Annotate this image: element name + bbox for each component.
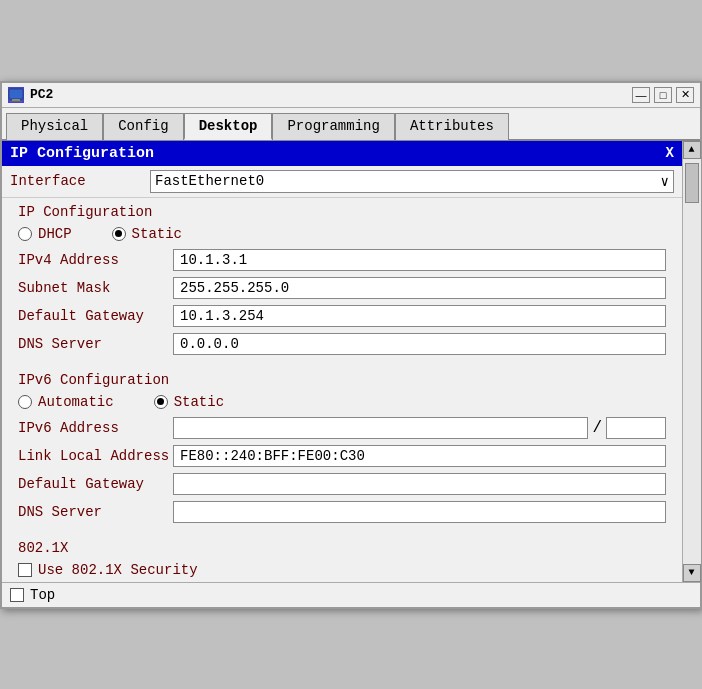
tab-bar: Physical Config Desktop Programming Attr… xyxy=(2,108,700,141)
ipv4-radio-row: DHCP Static xyxy=(2,222,682,246)
content-area: IP Configuration X Interface FastEtherne… xyxy=(2,141,700,582)
ipv4-gateway-label: Default Gateway xyxy=(18,308,173,324)
section-802-label: 802.1X xyxy=(2,534,682,558)
ipv4-address-row: IPv4 Address xyxy=(2,246,682,274)
maximize-button[interactable]: □ xyxy=(654,87,672,103)
dhcp-label: DHCP xyxy=(38,226,72,242)
ipv6-input-group: / xyxy=(173,417,666,439)
ip-config-close-button[interactable]: X xyxy=(666,145,674,161)
svg-rect-2 xyxy=(10,101,22,102)
link-local-input[interactable] xyxy=(173,445,666,467)
separator-1 xyxy=(2,358,682,366)
title-bar: PC2 — □ ✕ xyxy=(2,83,700,108)
scroll-up-button[interactable]: ▲ xyxy=(683,141,701,159)
ipv6-radio-row: Automatic Static xyxy=(2,390,682,414)
title-bar-left: PC2 xyxy=(8,87,53,103)
scrollbar-thumb[interactable] xyxy=(685,163,699,203)
ipv6-address-label: IPv6 Address xyxy=(18,420,173,436)
main-window: PC2 — □ ✕ Physical Config Desktop Progra… xyxy=(0,81,702,609)
link-local-row: Link Local Address xyxy=(2,442,682,470)
ipv6-address-row: IPv6 Address / xyxy=(2,414,682,442)
ipv6-gateway-row: Default Gateway xyxy=(2,470,682,498)
ipv6-dns-input[interactable] xyxy=(173,501,666,523)
use-802-checkbox[interactable] xyxy=(18,563,32,577)
interface-label: Interface xyxy=(10,173,150,189)
interface-select[interactable]: FastEthernet0 ∨ xyxy=(150,170,674,193)
ipv6-static-radio-circle xyxy=(154,395,168,409)
minimize-button[interactable]: — xyxy=(632,87,650,103)
tab-config[interactable]: Config xyxy=(103,113,183,140)
ipv6-gateway-input[interactable] xyxy=(173,473,666,495)
dhcp-radio-circle xyxy=(18,227,32,241)
dropdown-arrow-icon: ∨ xyxy=(661,173,669,190)
ipv4-section-label: IP Configuration xyxy=(2,198,682,222)
ipv6-dns-label: DNS Server xyxy=(18,504,173,520)
ipv6-auto-radio[interactable]: Automatic xyxy=(18,394,114,410)
title-bar-controls: — □ ✕ xyxy=(632,87,694,103)
static-radio-circle xyxy=(112,227,126,241)
ipv6-prefix-input[interactable] xyxy=(606,417,666,439)
svg-rect-1 xyxy=(12,99,20,101)
subnet-mask-label: Subnet Mask xyxy=(18,280,173,296)
use-802-row[interactable]: Use 802.1X Security xyxy=(2,558,682,582)
main-content: IP Configuration X Interface FastEtherne… xyxy=(2,141,682,582)
subnet-mask-row: Subnet Mask xyxy=(2,274,682,302)
use-802-label: Use 802.1X Security xyxy=(38,562,198,578)
ipv6-address-input[interactable] xyxy=(173,417,588,439)
interface-value: FastEthernet0 xyxy=(155,173,264,189)
dhcp-radio[interactable]: DHCP xyxy=(18,226,72,242)
scrollbar-track xyxy=(683,159,701,564)
tab-programming[interactable]: Programming xyxy=(272,113,394,140)
tab-desktop[interactable]: Desktop xyxy=(184,113,273,140)
ipv6-separator: / xyxy=(592,419,602,437)
subnet-mask-input[interactable] xyxy=(173,277,666,299)
ipv4-dns-row: DNS Server xyxy=(2,330,682,358)
svg-rect-0 xyxy=(9,89,23,99)
scrollbar: ▲ ▼ xyxy=(682,141,700,582)
ip-config-header: IP Configuration X xyxy=(2,141,682,166)
ipv6-auto-radio-circle xyxy=(18,395,32,409)
ipv6-static-radio[interactable]: Static xyxy=(154,394,224,410)
top-label: Top xyxy=(30,587,55,603)
static-radio[interactable]: Static xyxy=(112,226,182,242)
app-icon xyxy=(8,87,24,103)
ipv4-dns-label: DNS Server xyxy=(18,336,173,352)
ipv4-address-input[interactable] xyxy=(173,249,666,271)
close-button[interactable]: ✕ xyxy=(676,87,694,103)
window-title: PC2 xyxy=(30,87,53,102)
ip-config-title: IP Configuration xyxy=(10,145,154,162)
separator-2 xyxy=(2,526,682,534)
ipv4-address-label: IPv4 Address xyxy=(18,252,173,268)
ipv6-static-label: Static xyxy=(174,394,224,410)
ipv4-gateway-input[interactable] xyxy=(173,305,666,327)
tab-physical[interactable]: Physical xyxy=(6,113,103,140)
top-checkbox[interactable] xyxy=(10,588,24,602)
static-label: Static xyxy=(132,226,182,242)
tab-attributes[interactable]: Attributes xyxy=(395,113,509,140)
bottom-bar: Top xyxy=(2,582,700,607)
link-local-label: Link Local Address xyxy=(18,448,173,464)
interface-row: Interface FastEthernet0 ∨ xyxy=(2,166,682,198)
ipv4-dns-input[interactable] xyxy=(173,333,666,355)
scroll-down-button[interactable]: ▼ xyxy=(683,564,701,582)
ipv6-section-label: IPv6 Configuration xyxy=(2,366,682,390)
ipv6-dns-row: DNS Server xyxy=(2,498,682,526)
ipv6-auto-label: Automatic xyxy=(38,394,114,410)
ipv4-gateway-row: Default Gateway xyxy=(2,302,682,330)
ipv6-gateway-label: Default Gateway xyxy=(18,476,173,492)
